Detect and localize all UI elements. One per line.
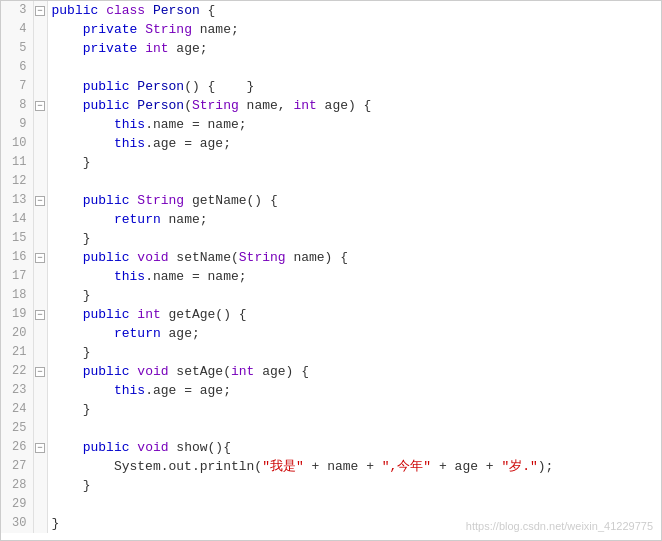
line-number: 14 <box>1 210 33 229</box>
code-line: private int age; <box>47 39 661 58</box>
line-number: 8 <box>1 96 33 115</box>
line-number: 17 <box>1 267 33 286</box>
table-row: 7 public Person() { } <box>1 77 661 96</box>
table-row: 12 <box>1 172 661 191</box>
table-row: 15 } <box>1 229 661 248</box>
line-number: 12 <box>1 172 33 191</box>
table-row: 26− public void show(){ <box>1 438 661 457</box>
fold-icon <box>33 153 47 172</box>
code-line <box>47 172 661 191</box>
fold-icon <box>33 172 47 191</box>
line-number: 16 <box>1 248 33 267</box>
line-number: 27 <box>1 457 33 476</box>
code-line: System.out.println("我是" + name + ",今年" +… <box>47 457 661 476</box>
fold-icon <box>33 457 47 476</box>
fold-icon <box>33 400 47 419</box>
watermark: https://blog.csdn.net/weixin_41229775 <box>466 520 653 532</box>
code-line: return name; <box>47 210 661 229</box>
table-row: 11 } <box>1 153 661 172</box>
code-line: public String getName() { <box>47 191 661 210</box>
table-row: 17 this.name = name; <box>1 267 661 286</box>
fold-icon <box>33 58 47 77</box>
fold-icon[interactable]: − <box>33 438 47 457</box>
code-line: } <box>47 153 661 172</box>
code-line <box>47 58 661 77</box>
code-line: this.name = name; <box>47 115 661 134</box>
code-line: } <box>47 476 661 495</box>
fold-icon <box>33 476 47 495</box>
line-number: 21 <box>1 343 33 362</box>
line-number: 5 <box>1 39 33 58</box>
line-number: 28 <box>1 476 33 495</box>
line-number: 25 <box>1 419 33 438</box>
fold-icon[interactable]: − <box>33 191 47 210</box>
line-number: 19 <box>1 305 33 324</box>
table-row: 20 return age; <box>1 324 661 343</box>
line-number: 24 <box>1 400 33 419</box>
code-editor: 3−public class Person {4 private String … <box>0 0 662 541</box>
line-number: 29 <box>1 495 33 514</box>
code-line: public Person(String name, int age) { <box>47 96 661 115</box>
line-number: 7 <box>1 77 33 96</box>
table-row: 13− public String getName() { <box>1 191 661 210</box>
table-row: 5 private int age; <box>1 39 661 58</box>
table-row: 21 } <box>1 343 661 362</box>
fold-icon[interactable]: − <box>33 362 47 381</box>
fold-icon <box>33 419 47 438</box>
fold-icon <box>33 381 47 400</box>
table-row: 10 this.age = age; <box>1 134 661 153</box>
table-row: 3−public class Person { <box>1 1 661 20</box>
code-line: } <box>47 343 661 362</box>
code-line: this.name = name; <box>47 267 661 286</box>
line-number: 15 <box>1 229 33 248</box>
code-line <box>47 419 661 438</box>
line-number: 13 <box>1 191 33 210</box>
fold-icon <box>33 267 47 286</box>
code-line <box>47 495 661 514</box>
fold-icon[interactable]: − <box>33 305 47 324</box>
table-row: 27 System.out.println("我是" + name + ",今年… <box>1 457 661 476</box>
fold-icon <box>33 134 47 153</box>
table-row: 22− public void setAge(int age) { <box>1 362 661 381</box>
table-row: 28 } <box>1 476 661 495</box>
code-line: this.age = age; <box>47 381 661 400</box>
table-row: 14 return name; <box>1 210 661 229</box>
line-number: 6 <box>1 58 33 77</box>
line-number: 20 <box>1 324 33 343</box>
code-line: return age; <box>47 324 661 343</box>
line-number: 23 <box>1 381 33 400</box>
table-row: 16− public void setName(String name) { <box>1 248 661 267</box>
fold-icon <box>33 77 47 96</box>
code-line: public class Person { <box>47 1 661 20</box>
code-line: public void setName(String name) { <box>47 248 661 267</box>
table-row: 24 } <box>1 400 661 419</box>
fold-icon <box>33 324 47 343</box>
code-line: public void show(){ <box>47 438 661 457</box>
fold-icon <box>33 39 47 58</box>
table-row: 4 private String name; <box>1 20 661 39</box>
table-row: 29 <box>1 495 661 514</box>
table-row: 9 this.name = name; <box>1 115 661 134</box>
code-line: } <box>47 400 661 419</box>
fold-icon <box>33 115 47 134</box>
line-number: 26 <box>1 438 33 457</box>
table-row: 25 <box>1 419 661 438</box>
fold-icon <box>33 514 47 533</box>
table-row: 19− public int getAge() { <box>1 305 661 324</box>
table-row: 6 <box>1 58 661 77</box>
table-row: 18 } <box>1 286 661 305</box>
fold-icon <box>33 229 47 248</box>
fold-icon[interactable]: − <box>33 248 47 267</box>
table-row: 23 this.age = age; <box>1 381 661 400</box>
code-line: public int getAge() { <box>47 305 661 324</box>
fold-icon <box>33 343 47 362</box>
code-line: } <box>47 229 661 248</box>
line-number: 30 <box>1 514 33 533</box>
fold-icon[interactable]: − <box>33 1 47 20</box>
fold-icon[interactable]: − <box>33 96 47 115</box>
code-line: public Person() { } <box>47 77 661 96</box>
line-number: 10 <box>1 134 33 153</box>
line-number: 9 <box>1 115 33 134</box>
fold-icon <box>33 495 47 514</box>
line-number: 18 <box>1 286 33 305</box>
